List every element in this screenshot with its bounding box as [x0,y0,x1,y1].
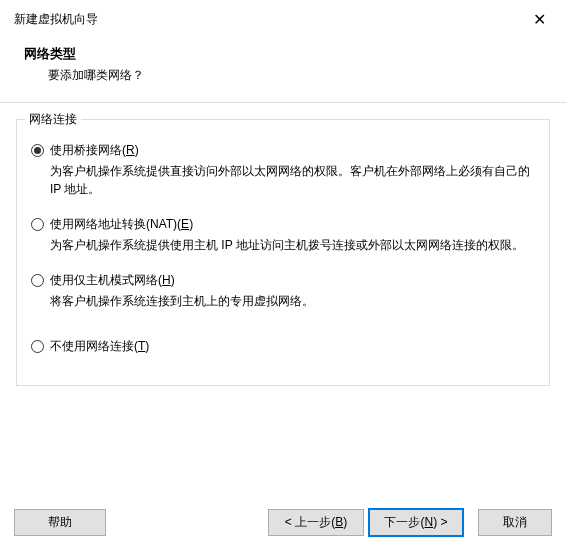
network-group: 网络连接 使用桥接网络(R) 为客户机操作系统提供直接访问外部以太网网络的权限。… [16,119,550,386]
radio-hostonly[interactable] [31,274,44,287]
option-nat-label: 使用网络地址转换(NAT)(E) [50,216,193,233]
option-nat-desc: 为客户机操作系统提供使用主机 IP 地址访问主机拨号连接或外部以太网网络连接的权… [31,236,535,254]
page-title: 网络类型 [24,45,542,63]
radio-bridged[interactable] [31,144,44,157]
cancel-button[interactable]: 取消 [478,509,552,536]
option-bridged-label: 使用桥接网络(R) [50,142,139,159]
option-nat[interactable]: 使用网络地址转换(NAT)(E) 为客户机操作系统提供使用主机 IP 地址访问主… [31,216,535,254]
group-legend: 网络连接 [25,111,81,128]
page-subtitle: 要添加哪类网络？ [24,67,542,84]
next-button[interactable]: 下一步(N) > [368,508,464,537]
back-button[interactable]: < 上一步(B) [268,509,364,536]
option-hostonly-desc: 将客户机操作系统连接到主机上的专用虚拟网络。 [31,292,535,310]
option-bridged-desc: 为客户机操作系统提供直接访问外部以太网网络的权限。客户机在外部网络上必须有自己的… [31,162,535,198]
option-hostonly-label: 使用仅主机模式网络(H) [50,272,175,289]
close-icon[interactable]: ✕ [527,8,552,31]
option-none[interactable]: 不使用网络连接(T) [31,338,535,355]
help-button[interactable]: 帮助 [14,509,106,536]
option-bridged[interactable]: 使用桥接网络(R) 为客户机操作系统提供直接访问外部以太网网络的权限。客户机在外… [31,142,535,198]
radio-none[interactable] [31,340,44,353]
radio-nat[interactable] [31,218,44,231]
option-hostonly[interactable]: 使用仅主机模式网络(H) 将客户机操作系统连接到主机上的专用虚拟网络。 [31,272,535,310]
window-title: 新建虚拟机向导 [14,11,98,28]
option-none-label: 不使用网络连接(T) [50,338,149,355]
